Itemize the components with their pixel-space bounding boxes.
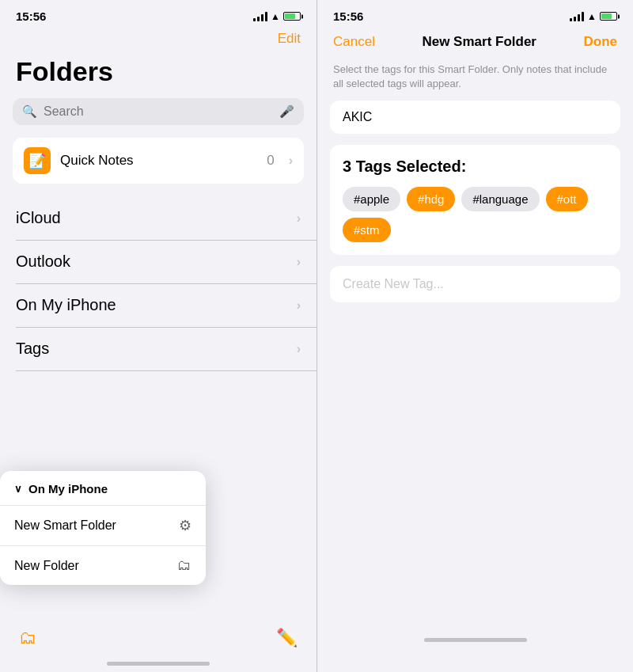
top-bar-left: Edit xyxy=(0,28,316,53)
status-icons-left: ▲ xyxy=(253,11,301,22)
status-icons-right: ▲ xyxy=(570,11,617,22)
context-menu: ∨ On My iPhone New Smart Folder ⚙ New Fo… xyxy=(0,471,206,585)
nav-bar: Cancel New Smart Folder Done xyxy=(317,28,633,59)
tags-count-label: 3 Tags Selected: xyxy=(343,158,608,176)
tags-chevron-icon: › xyxy=(297,342,301,356)
tags-grid: #apple #hdg #language #ott #stm xyxy=(343,187,608,242)
quick-notes-label: Quick Notes xyxy=(60,153,257,169)
signal-icon xyxy=(253,12,267,21)
search-bar[interactable]: 🔍 🎤 xyxy=(13,98,304,125)
nav-title: New Smart Folder xyxy=(422,34,536,50)
folder-label-icloud: iCloud xyxy=(16,209,61,227)
tag-ott[interactable]: #ott xyxy=(546,187,588,211)
context-chevron-icon: ∨ xyxy=(14,483,22,495)
outlook-chevron-icon: › xyxy=(297,255,301,269)
mic-icon: 🎤 xyxy=(279,104,294,119)
compose-icon[interactable]: ✏️ xyxy=(276,628,298,648)
time-right: 15:56 xyxy=(333,9,363,23)
battery-icon-right xyxy=(600,12,617,21)
create-tag-row[interactable]: Create New Tag... xyxy=(330,266,620,302)
quick-notes-count: 0 xyxy=(267,153,274,169)
time-left: 15:56 xyxy=(16,9,46,23)
bottom-bar-left: 🗂 ✏️ xyxy=(0,620,316,672)
on-my-iphone-chevron-icon: › xyxy=(297,298,301,313)
icloud-chevron-icon: › xyxy=(297,211,301,226)
quick-notes-row[interactable]: 📝 Quick Notes 0 › xyxy=(13,138,304,184)
tag-apple[interactable]: #apple xyxy=(343,187,400,211)
folder-icon: 🗂 xyxy=(19,628,36,648)
context-menu-title: On My iPhone xyxy=(28,482,108,495)
subtitle-text: Select the tags for this Smart Folder. O… xyxy=(317,59,633,101)
folder-add-icon: 🗂 xyxy=(177,557,191,574)
context-new-folder-label: New Folder xyxy=(14,559,79,573)
home-indicator-right xyxy=(424,638,527,642)
context-new-smart-folder-label: New Smart Folder xyxy=(14,518,116,533)
battery-icon xyxy=(283,12,301,21)
folder-label-on-my-iphone: On My iPhone xyxy=(16,296,116,314)
tag-search-wrapper[interactable] xyxy=(330,101,620,134)
folder-item-icloud[interactable]: iCloud › xyxy=(0,196,316,240)
search-icon: 🔍 xyxy=(22,104,37,119)
context-menu-header: ∨ On My iPhone xyxy=(0,471,206,506)
left-panel: 15:56 ▲ Edit Folders 🔍 🎤 📝 Quick Notes 0 xyxy=(0,0,316,672)
tag-language[interactable]: #language xyxy=(461,187,539,211)
context-menu-item-new-smart-folder[interactable]: New Smart Folder ⚙ xyxy=(0,506,206,546)
status-bar-right: 15:56 ▲ xyxy=(317,0,633,28)
folder-item-tags[interactable]: Tags › xyxy=(0,327,316,370)
tags-section: 3 Tags Selected: #apple #hdg #language #… xyxy=(330,145,620,255)
folder-label-tags: Tags xyxy=(16,340,49,358)
done-button[interactable]: Done xyxy=(584,34,618,50)
signal-icon-right xyxy=(570,12,584,21)
folder-item-on-my-iphone[interactable]: On My iPhone › xyxy=(0,283,316,327)
home-indicator-left xyxy=(107,662,210,666)
wifi-icon-right: ▲ xyxy=(587,11,597,22)
status-bar-left: 15:56 ▲ xyxy=(0,0,316,28)
gear-icon: ⚙ xyxy=(179,517,191,534)
search-input[interactable] xyxy=(44,104,273,119)
wifi-icon: ▲ xyxy=(271,11,280,22)
folder-item-outlook[interactable]: Outlook › xyxy=(0,240,316,283)
folders-title: Folders xyxy=(0,53,316,98)
create-tag-placeholder: Create New Tag... xyxy=(343,277,444,290)
cancel-button[interactable]: Cancel xyxy=(333,34,375,50)
right-panel: 15:56 ▲ Cancel New Smart Folder Done Sel… xyxy=(316,0,633,672)
edit-button[interactable]: Edit xyxy=(278,31,301,47)
right-panel-bottom xyxy=(317,638,633,672)
quick-notes-chevron-icon: › xyxy=(289,154,293,168)
tag-hdg[interactable]: #hdg xyxy=(407,187,455,211)
quick-notes-icon: 📝 xyxy=(24,147,51,174)
tag-stm[interactable]: #stm xyxy=(343,218,391,242)
right-panel-body xyxy=(317,313,633,638)
tag-search-input[interactable] xyxy=(343,110,608,124)
context-menu-item-new-folder[interactable]: New Folder 🗂 xyxy=(0,546,206,585)
folder-label-outlook: Outlook xyxy=(16,252,70,271)
